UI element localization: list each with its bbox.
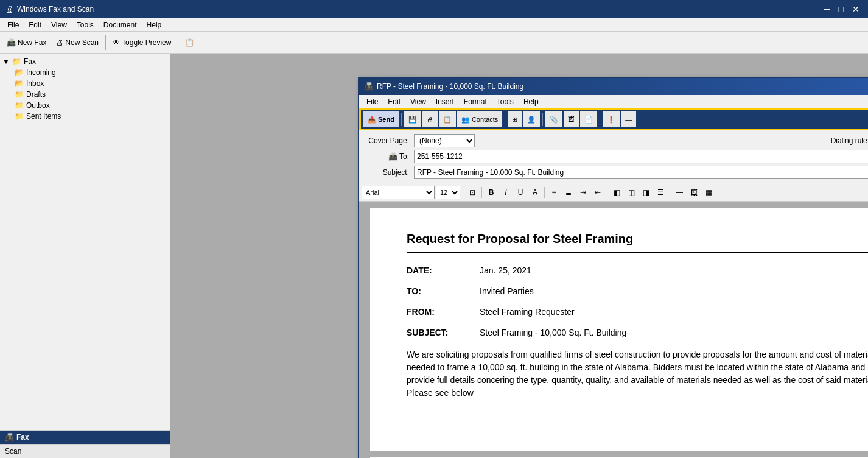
fax-save-button[interactable]: 💾 xyxy=(404,111,421,127)
fax-menu-view[interactable]: View xyxy=(405,96,431,107)
fax-title-bar: 📠 RFP - Steel Framing - 10,000 Sq. Ft. B… xyxy=(359,78,868,95)
font-size-select[interactable]: 12 xyxy=(436,186,460,199)
fax-user-button[interactable]: 👤 xyxy=(523,111,540,127)
font-select[interactable]: Arial xyxy=(362,186,435,199)
menu-document[interactable]: Document xyxy=(99,19,142,30)
fax-menu-format[interactable]: Format xyxy=(459,96,492,107)
outbox-folder-icon: 📁 xyxy=(15,101,24,110)
fax-toolbar-sep-4 xyxy=(600,113,600,126)
fax-folder-icon: 📁 xyxy=(12,57,21,66)
new-fax-button[interactable]: 📠 New Fax xyxy=(2,34,51,51)
align-justify-button[interactable]: ☰ xyxy=(654,186,667,199)
fax-more-button[interactable]: — xyxy=(621,111,636,127)
subject-row: Subject: xyxy=(366,166,868,179)
new-scan-button[interactable]: 🖨 New Scan xyxy=(52,34,103,51)
extra-toolbar-btn[interactable]: 📋 xyxy=(181,34,198,51)
fax-menu-file[interactable]: File xyxy=(362,96,383,107)
contacts-icon: 👥 xyxy=(461,116,470,124)
indent-button[interactable]: ⇥ xyxy=(576,186,590,199)
drafts-folder-icon: 📁 xyxy=(15,90,24,99)
document-area[interactable]: Request for Proposal for Steel Framing D… xyxy=(359,202,868,458)
format-outline-button[interactable]: ⊡ xyxy=(466,186,479,199)
document-body: We are soliciting proposals from qualifi… xyxy=(407,348,868,400)
numbered-list-button[interactable]: ≡ xyxy=(547,186,561,199)
fax-image-button[interactable]: 🖼 xyxy=(564,111,579,127)
align-center-button[interactable]: ◫ xyxy=(625,186,638,199)
contacts-button[interactable]: 👥 Contacts xyxy=(457,111,502,127)
fax-form: Cover Page: (None) Dialing rule: (None) xyxy=(359,130,868,183)
tree-root-fax[interactable]: ▼ 📁 Fax xyxy=(0,56,170,67)
contacts-label: Contacts xyxy=(472,116,498,123)
fax-toolbar-sep-2 xyxy=(505,113,505,126)
format-sep-4 xyxy=(607,187,607,198)
align-right-button[interactable]: ◨ xyxy=(639,186,653,199)
to-label: 📠 To: xyxy=(366,152,409,161)
menu-view[interactable]: View xyxy=(46,19,72,30)
sidebar: ▼ 📁 Fax 📂 Incoming 📂 Inbox 📁 Drafts xyxy=(0,54,170,458)
send-button[interactable]: 📤 Send xyxy=(363,111,399,127)
fax-priority-button[interactable]: ❗ xyxy=(603,111,620,127)
sidebar-item-label-inbox: Inbox xyxy=(26,79,44,88)
app-window: 🖨 Windows Fax and Scan ─ □ ✕ File Edit V… xyxy=(0,0,868,458)
table-insert-button[interactable]: ▦ xyxy=(702,186,715,199)
new-fax-label: New Fax xyxy=(18,38,46,47)
sidebar-item-inbox[interactable]: 📂 Inbox xyxy=(0,78,170,89)
incoming-folder-icon: 📂 xyxy=(15,68,24,77)
menu-tools[interactable]: Tools xyxy=(72,19,99,30)
fax-menu-edit[interactable]: Edit xyxy=(383,96,405,107)
fax-menu-bar: File Edit View Insert Format Tools Help xyxy=(359,95,868,108)
sidebar-item-incoming[interactable]: 📂 Incoming xyxy=(0,67,170,78)
to-input[interactable] xyxy=(414,150,868,163)
fax-small-icon: 📠 xyxy=(388,152,397,161)
toggle-preview-label: Toggle Preview xyxy=(122,38,171,47)
document-title: Request for Proposal for Steel Framing xyxy=(407,232,868,253)
subject-input[interactable] xyxy=(414,166,868,179)
menu-help[interactable]: Help xyxy=(142,19,167,30)
outdent-button[interactable]: ⇤ xyxy=(591,186,604,199)
main-content: ▼ 📁 Fax 📂 Incoming 📂 Inbox 📁 Drafts xyxy=(0,54,868,458)
sidebar-item-label-sent: Sent Items xyxy=(26,112,61,121)
fax-menu-insert[interactable]: Insert xyxy=(431,96,459,107)
menu-edit[interactable]: Edit xyxy=(24,19,46,30)
fax-attach-button[interactable]: 📎 xyxy=(545,111,562,127)
close-button[interactable]: ✕ xyxy=(849,3,863,15)
fax-menu-help[interactable]: Help xyxy=(519,96,544,107)
fax-scan-button[interactable]: 📄 xyxy=(580,111,597,127)
sidebar-item-sent[interactable]: 📁 Sent Items xyxy=(0,111,170,122)
fax-grid-button[interactable]: ⊞ xyxy=(508,111,522,127)
menu-file[interactable]: File xyxy=(2,19,24,30)
doc-subject-value: Steel Framing - 10,000 Sq. Ft. Building xyxy=(480,328,868,337)
color-button[interactable]: A xyxy=(528,186,542,199)
send-icon: 📤 xyxy=(368,116,376,124)
fax-section-icon: 📠 xyxy=(5,433,14,442)
app-title: Windows Fax and Scan xyxy=(17,5,817,13)
inbox-folder-icon: 📂 xyxy=(15,79,24,88)
format-sep-2 xyxy=(481,187,482,198)
subject-label: Subject: xyxy=(366,168,409,177)
sidebar-item-drafts[interactable]: 📁 Drafts xyxy=(0,89,170,100)
bold-button[interactable]: B xyxy=(485,186,498,199)
cover-page-select[interactable]: (None) xyxy=(414,134,475,147)
fax-print-button[interactable]: 🖨 xyxy=(422,111,438,127)
sidebar-section-scan[interactable]: Scan xyxy=(0,444,170,458)
more-icon: — xyxy=(625,116,632,123)
doc-date-field: DATE: Jan. 25, 2021 xyxy=(407,266,868,275)
format-toolbar: Arial 12 ⊡ B I U A ≡ ≣ ⇥ ⇤ xyxy=(359,183,868,202)
hr-button[interactable]: — xyxy=(673,186,686,199)
underline-button[interactable]: U xyxy=(514,186,527,199)
bullet-list-button[interactable]: ≣ xyxy=(562,186,575,199)
sidebar-section-fax[interactable]: 📠 Fax xyxy=(0,431,170,444)
sidebar-bottom: 📠 Fax Scan xyxy=(0,430,170,458)
doc-from-value: Steel Framing Requester xyxy=(480,307,868,317)
minimize-button[interactable]: ─ xyxy=(821,3,834,15)
align-left-button[interactable]: ◧ xyxy=(610,186,623,199)
sidebar-item-outbox[interactable]: 📁 Outbox xyxy=(0,100,170,111)
fax-copy-button[interactable]: 📋 xyxy=(439,111,456,127)
image-insert-button[interactable]: 🖼 xyxy=(687,186,701,199)
maximize-button[interactable]: □ xyxy=(835,3,847,15)
fax-menu-tools[interactable]: Tools xyxy=(492,96,519,107)
toggle-preview-button[interactable]: 👁 Toggle Preview xyxy=(108,34,175,51)
italic-button[interactable]: I xyxy=(499,186,513,199)
attach-icon: 📎 xyxy=(550,116,558,124)
doc-to-label: TO: xyxy=(407,286,480,296)
